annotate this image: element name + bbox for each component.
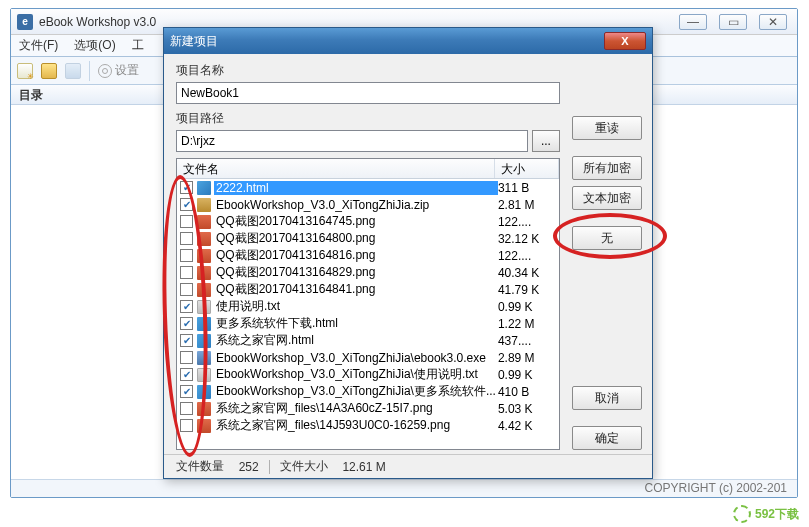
file-name: EbookWorkshop_V3.0_XiTongZhiJia\ebook3.0… (214, 351, 498, 365)
file-size: 32.12 K (498, 232, 556, 246)
file-row[interactable]: ✔更多系统软件下载.html1.22 M (177, 315, 559, 332)
watermark-text: 592下载 (755, 506, 799, 523)
file-name: QQ截图20170413164829.png (214, 264, 498, 281)
file-size: 5.03 K (498, 402, 556, 416)
file-row[interactable]: ✔系统之家官网.html437.... (177, 332, 559, 349)
file-size: 4.42 K (498, 419, 556, 433)
copyright-text: COPYRIGHT (c) 2002-201 (645, 481, 788, 495)
file-name: 系统之家官网.html (214, 332, 498, 349)
col-size[interactable]: 大小 (495, 159, 559, 178)
text-encrypt-button[interactable]: 文本加密 (572, 186, 642, 210)
file-checkbox[interactable]: ✔ (180, 385, 193, 398)
file-row[interactable]: 系统之家官网_files\14A3A60cZ-15I7.png5.03 K (177, 400, 559, 417)
file-row[interactable]: QQ截图20170413164841.png41.79 K (177, 281, 559, 298)
path-row: ... (176, 130, 560, 152)
file-row[interactable]: 系统之家官网_files\14J593U0C0-16259.png4.42 K (177, 417, 559, 434)
dialog-titlebar[interactable]: 新建项目 X (164, 28, 652, 54)
project-name-input[interactable] (176, 82, 560, 104)
html-file-icon (197, 334, 211, 348)
file-name: QQ截图20170413164841.png (214, 281, 498, 298)
gear-icon (98, 64, 112, 78)
all-encrypt-button[interactable]: 所有加密 (572, 156, 642, 180)
file-checkbox[interactable]: ✔ (180, 334, 193, 347)
file-rows[interactable]: ✔2222.html311 B✔EbookWorkshop_V3.0_XiTon… (177, 179, 559, 449)
file-row[interactable]: ✔EbookWorkshop_V3.0_XiTongZhiJia\更多系统软件.… (177, 383, 559, 400)
file-checkbox[interactable] (180, 232, 193, 245)
dialog-title: 新建项目 (170, 33, 604, 50)
app-icon: e (17, 14, 33, 30)
png-file-icon (197, 215, 211, 229)
file-row[interactable]: QQ截图20170413164745.png122.... (177, 213, 559, 230)
new-icon[interactable] (17, 63, 33, 79)
file-name: EbookWorkshop_V3.0_XiTongZhiJia\使用说明.txt (214, 366, 498, 383)
file-row[interactable]: ✔使用说明.txt0.99 K (177, 298, 559, 315)
png-file-icon (197, 402, 211, 416)
file-checkbox[interactable]: ✔ (180, 368, 193, 381)
file-size: 122.... (498, 249, 556, 263)
file-list: 文件名 大小 ✔2222.html311 B✔EbookWorkshop_V3.… (176, 158, 560, 450)
file-name: 使用说明.txt (214, 298, 498, 315)
menu-tools[interactable]: 工 (132, 37, 144, 54)
file-name: QQ截图20170413164816.png (214, 247, 498, 264)
png-file-icon (197, 232, 211, 246)
file-row[interactable]: QQ截图20170413164800.png32.12 K (177, 230, 559, 247)
file-checkbox[interactable]: ✔ (180, 300, 193, 313)
file-checkbox[interactable] (180, 266, 193, 279)
file-checkbox[interactable] (180, 419, 193, 432)
file-row[interactable]: ✔EbookWorkshop_V3.0_XiTongZhiJia.zip2.81… (177, 196, 559, 213)
col-filename[interactable]: 文件名 (177, 159, 495, 178)
close-button[interactable]: ✕ (759, 14, 787, 30)
file-checkbox[interactable]: ✔ (180, 181, 193, 194)
minimize-button[interactable]: — (679, 14, 707, 30)
file-checkbox[interactable] (180, 249, 193, 262)
file-name: EbookWorkshop_V3.0_XiTongZhiJia.zip (214, 198, 498, 212)
html-file-icon (197, 385, 211, 399)
file-checkbox[interactable] (180, 215, 193, 228)
dialog-left: 项目名称 项目路径 ... 文件名 大小 ✔2222.html311 B✔Ebo… (176, 62, 560, 450)
file-row[interactable]: QQ截图20170413164816.png122.... (177, 247, 559, 264)
file-count: 252 (239, 460, 259, 474)
file-size: 0.99 K (498, 368, 556, 382)
menu-options[interactable]: 选项(O) (74, 37, 115, 54)
open-icon[interactable] (41, 63, 57, 79)
menu-file[interactable]: 文件(F) (19, 37, 58, 54)
png-file-icon (197, 249, 211, 263)
tree-panel[interactable] (11, 105, 169, 479)
project-name-label: 项目名称 (176, 62, 560, 79)
window-controls: — ▭ ✕ (679, 14, 787, 30)
none-button[interactable]: 无 (572, 226, 642, 250)
ok-button[interactable]: 确定 (572, 426, 642, 450)
dialog-body: 项目名称 项目路径 ... 文件名 大小 ✔2222.html311 B✔Ebo… (164, 54, 652, 454)
file-checkbox[interactable] (180, 351, 193, 364)
file-row[interactable]: QQ截图20170413164829.png40.34 K (177, 264, 559, 281)
file-checkbox[interactable]: ✔ (180, 198, 193, 211)
file-checkbox[interactable]: ✔ (180, 317, 193, 330)
maximize-button[interactable]: ▭ (719, 14, 747, 30)
project-path-input[interactable] (176, 130, 528, 152)
file-checkbox[interactable] (180, 402, 193, 415)
file-name: 更多系统软件下载.html (214, 315, 498, 332)
separator (269, 460, 270, 474)
reread-button[interactable]: 重读 (572, 116, 642, 140)
file-size: 2.81 M (498, 198, 556, 212)
settings-button[interactable]: 设置 (98, 62, 139, 79)
dialog-statusbar: 文件数量 252 文件大小 12.61 M (164, 454, 652, 478)
file-checkbox[interactable] (180, 283, 193, 296)
file-row[interactable]: EbookWorkshop_V3.0_XiTongZhiJia\ebook3.0… (177, 349, 559, 366)
html-file-icon (197, 181, 211, 195)
file-row[interactable]: ✔EbookWorkshop_V3.0_XiTongZhiJia\使用说明.tx… (177, 366, 559, 383)
browse-button[interactable]: ... (532, 130, 560, 152)
file-size: 2.89 M (498, 351, 556, 365)
file-list-header: 文件名 大小 (177, 159, 559, 179)
file-size: 122.... (498, 215, 556, 229)
file-row[interactable]: ✔2222.html311 B (177, 179, 559, 196)
file-size: 12.61 M (342, 460, 385, 474)
save-icon[interactable] (65, 63, 81, 79)
png-file-icon (197, 283, 211, 297)
watermark-logo-icon (733, 505, 751, 523)
file-name: 2222.html (214, 181, 498, 195)
dialog-close-button[interactable]: X (604, 32, 646, 50)
file-size: 1.22 M (498, 317, 556, 331)
file-name: EbookWorkshop_V3.0_XiTongZhiJia\更多系统软件..… (214, 383, 498, 400)
cancel-button[interactable]: 取消 (572, 386, 642, 410)
